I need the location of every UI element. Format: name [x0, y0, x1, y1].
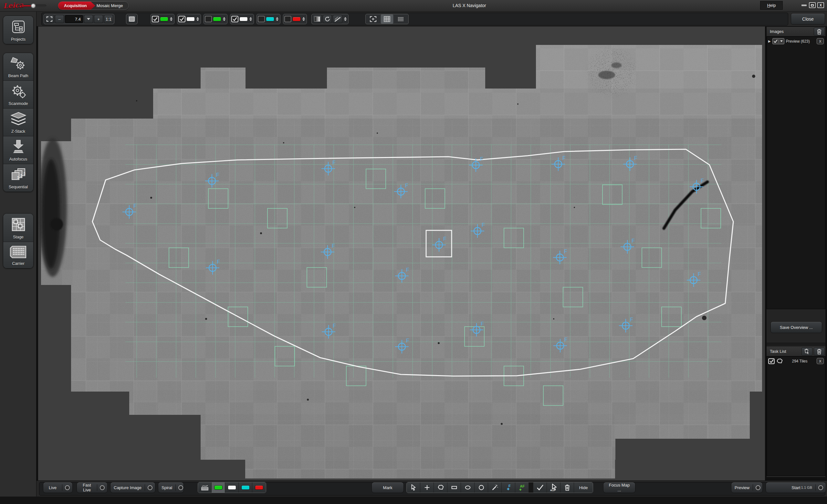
gradient-lut-button[interactable]	[313, 15, 322, 23]
spiral-button[interactable]: Spiral	[158, 482, 184, 493]
channel-checkbox[interactable]	[152, 16, 159, 22]
slider-knob[interactable]	[31, 3, 36, 8]
live-button[interactable]: Live	[43, 482, 73, 493]
view-dense-grid-button[interactable]	[394, 14, 407, 24]
task-checkbox[interactable]	[768, 358, 775, 364]
plus-icon	[424, 484, 431, 491]
channel-spinner[interactable]	[302, 17, 306, 21]
focus-map-grid-button[interactable]	[198, 482, 211, 493]
capture-led	[148, 485, 152, 490]
channel-checkbox[interactable]	[231, 16, 238, 22]
select-all-tool-button[interactable]: ALL	[547, 482, 561, 493]
channel-spinner[interactable]	[249, 17, 253, 21]
add-point-tool-button[interactable]	[420, 482, 434, 493]
apply-tool-button[interactable]	[533, 482, 547, 493]
task-select-delete-button[interactable]	[801, 347, 813, 356]
minimize-button[interactable]	[800, 2, 807, 8]
task-item-close-button[interactable]: X	[817, 358, 824, 364]
delete-marks-button[interactable]	[561, 482, 574, 493]
images-delete-button[interactable]	[814, 28, 825, 36]
channel-spinner[interactable]	[169, 17, 173, 21]
add-focus-point-tool-button[interactable]: F	[502, 482, 515, 493]
tab-acquisition[interactable]: Acquisition	[58, 2, 95, 10]
start-button[interactable]: Start 1.1 GB	[766, 482, 826, 493]
overlay-compare-button[interactable]	[333, 15, 342, 23]
image-item-preview[interactable]: ▶ Preview (623) X	[767, 37, 825, 46]
hide-button[interactable]: Hide	[574, 482, 593, 493]
channel-toggle-5	[283, 14, 307, 24]
magic-wand-tool-button[interactable]	[488, 482, 502, 493]
sidebar-item-scanmode[interactable]: Scanmode	[3, 81, 33, 109]
titlebar: Leica Acquisition Mosaic Merge LAS X Nav…	[0, 0, 827, 12]
trash-icon	[817, 29, 822, 35]
svg-text:F: F	[216, 172, 220, 178]
titlebar-slider[interactable]	[21, 5, 46, 7]
visibility-combo[interactable]	[772, 38, 784, 44]
channel-checkbox[interactable]	[205, 16, 212, 22]
channel-spinner[interactable]	[196, 17, 200, 21]
channel-spinner[interactable]	[275, 17, 279, 21]
sidebar-item-projects[interactable]: Projects	[3, 16, 33, 44]
view-frame-button[interactable]	[367, 14, 380, 24]
fast-live-led	[100, 485, 105, 490]
navigator-canvas[interactable]: FFFFFFFFFFFFFFFFFFFFF	[38, 27, 765, 481]
polygon-tool-button[interactable]	[434, 482, 447, 493]
close-button[interactable]: Close	[791, 13, 825, 24]
channel-toggle-groups	[151, 14, 307, 24]
sidebar-item-carrier[interactable]: Carrier	[3, 242, 33, 268]
channel-color-swatch[interactable]	[266, 17, 274, 21]
display-channel-green[interactable]	[211, 482, 225, 493]
channel-checkbox[interactable]	[284, 16, 291, 22]
task-item-label: 294 Tiles	[784, 359, 815, 363]
task-list: 294 Tiles X	[767, 356, 825, 476]
ellipse-tool-button[interactable]	[461, 482, 475, 493]
capture-image-button[interactable]: Capture Image	[110, 482, 155, 493]
overlay-spinner[interactable]	[343, 17, 347, 21]
refresh-button[interactable]	[323, 15, 332, 23]
image-item-close-button[interactable]: X	[817, 38, 824, 44]
one-to-one-button[interactable]: 1:1	[104, 15, 113, 23]
zoom-in-button[interactable]: +	[94, 15, 103, 23]
svg-text:F: F	[332, 243, 335, 249]
sidebar-item-stage[interactable]: Stage	[3, 213, 33, 242]
zoom-value-field[interactable]: 7.4	[65, 15, 83, 23]
channel-color-swatch[interactable]	[213, 17, 221, 21]
channel-checkbox[interactable]	[178, 16, 185, 22]
zoom-out-button[interactable]: –	[55, 15, 64, 23]
single-channel-button[interactable]	[127, 15, 136, 23]
display-channel-red[interactable]	[252, 482, 266, 493]
expander-icon[interactable]: ▶	[768, 39, 771, 43]
sidebar-item-autofocus[interactable]: Autofocus	[3, 136, 33, 164]
mark-button[interactable]: Mark	[372, 482, 404, 493]
sidebar-item-sequential[interactable]: 3 2 1 Sequential	[3, 164, 33, 192]
focus-map-button[interactable]: Focus Map ...	[603, 482, 635, 493]
maximize-button[interactable]	[809, 2, 816, 8]
display-channel-cyan[interactable]	[239, 482, 252, 493]
preview-button[interactable]: Preview	[731, 482, 763, 493]
sidebar-item-beam-path[interactable]: Beam Path	[3, 53, 33, 81]
help-button[interactable]: Help	[760, 1, 783, 10]
channel-color-swatch[interactable]	[239, 17, 248, 21]
rectangle-tool-button[interactable]	[447, 482, 461, 493]
zoom-dropdown-button[interactable]	[84, 15, 93, 23]
add-autofocus-tool-button[interactable]: AF	[515, 482, 529, 493]
task-delete-button[interactable]	[814, 347, 825, 356]
task-item-tiles[interactable]: 294 Tiles X	[767, 357, 825, 365]
channel-checkbox[interactable]	[258, 16, 265, 22]
select-tool-button[interactable]	[407, 482, 420, 493]
view-grid-button[interactable]	[381, 14, 393, 24]
save-overview-button[interactable]: Save Overview ...	[771, 321, 822, 333]
channel-color-swatch[interactable]	[160, 17, 168, 21]
channel-color-swatch[interactable]	[292, 17, 301, 21]
channel-spinner[interactable]	[222, 17, 226, 21]
svg-text:F: F	[134, 203, 137, 209]
fit-to-screen-button[interactable]	[45, 15, 54, 23]
tab-mosaic-merge[interactable]: Mosaic Merge	[91, 2, 129, 10]
circle-tool-button[interactable]	[475, 482, 488, 493]
close-window-button[interactable]: X	[817, 2, 824, 8]
fast-live-button[interactable]: Fast Live	[77, 482, 108, 493]
roi-tool-group: F AF ALL Hide	[406, 482, 593, 493]
sidebar-item-z-stack[interactable]: Z-Stack	[3, 109, 33, 136]
channel-color-swatch[interactable]	[186, 17, 195, 21]
display-channel-gray[interactable]	[225, 482, 239, 493]
